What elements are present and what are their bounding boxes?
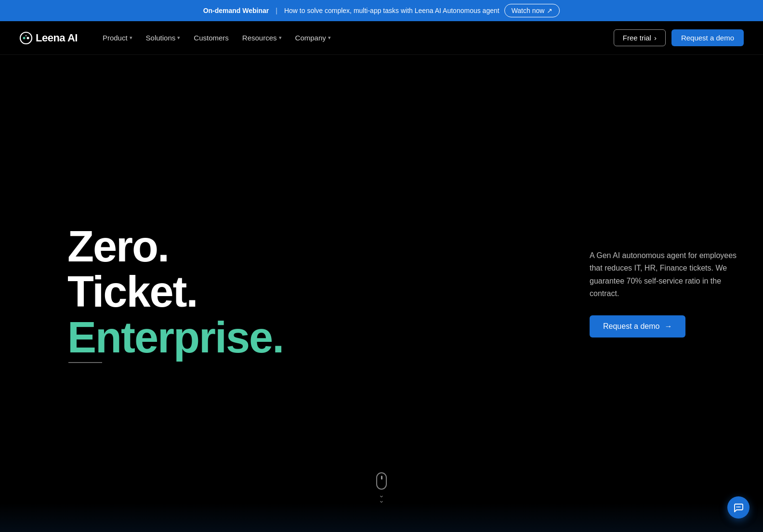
logo-icon [19,31,33,45]
company-nav-label: Company [295,34,326,42]
hero-title-line2: Ticket. [67,268,197,316]
svg-point-6 [739,506,740,507]
hero-cta-button[interactable]: Request a demo → [590,315,685,337]
product-nav-label: Product [103,34,128,42]
announcement-text: How to solve complex, multi-app tasks wi… [284,7,500,14]
chat-widget-button[interactable] [727,496,750,519]
resources-chevron-icon: ▾ [279,35,282,41]
mouse-icon [376,472,387,490]
svg-point-0 [20,32,32,44]
announcement-separator: | [276,7,277,14]
resources-nav-button[interactable]: Resources ▾ [237,30,288,46]
nav-item-product[interactable]: Product ▾ [97,30,138,46]
nav-item-solutions[interactable]: Solutions ▾ [140,30,186,46]
hero-content: Zero. Ticket. Enterprise. A Gen AI auton… [67,224,744,363]
request-demo-navbar-label: Request a demo [681,34,734,42]
resources-nav-label: Resources [242,34,277,42]
watch-now-button[interactable]: Watch now ↗ [504,4,560,17]
solutions-nav-label: Solutions [146,34,176,42]
nav-links: Product ▾ Solutions ▾ Customers Resource… [97,30,337,46]
company-nav-button[interactable]: Company ▾ [289,30,337,46]
chat-icon [733,502,744,513]
hero-cta-label: Request a demo [603,322,659,331]
announcement-webinar-label: On-demand Webinar [203,7,269,14]
hero-section: Zero. Ticket. Enterprise. A Gen AI auton… [0,55,763,532]
navbar-right: Free trial › Request a demo [614,29,744,46]
mouse-wheel [381,476,382,480]
product-chevron-icon: ▾ [130,35,132,41]
hero-title-line3: Enterprise. [67,315,283,363]
svg-point-5 [738,506,739,507]
navbar: Leena AI Product ▾ Solutions ▾ Customers [0,21,763,55]
hero-title-line1: Zero. [67,222,169,271]
logo-text: Leena AI [36,32,78,44]
svg-point-4 [737,506,737,507]
customers-nav-label: Customers [194,34,229,42]
external-link-icon: ↗ [547,7,553,14]
hero-right: A Gen AI autonomous agent for employees … [590,249,744,338]
nav-item-company[interactable]: Company ▾ [289,30,337,46]
scroll-indicator: ⌄⌄ [376,472,387,503]
solutions-nav-button[interactable]: Solutions ▾ [140,30,186,46]
scroll-chevrons-icon: ⌄⌄ [379,493,384,503]
watch-now-label: Watch now [512,7,545,14]
request-demo-navbar-button[interactable]: Request a demo [671,29,744,46]
nav-item-customers[interactable]: Customers [188,30,235,46]
company-chevron-icon: ▾ [328,35,331,41]
free-trial-label: Free trial [623,34,651,42]
customers-nav-link[interactable]: Customers [188,30,235,46]
product-nav-button[interactable]: Product ▾ [97,30,138,46]
hero-left: Zero. Ticket. Enterprise. [67,224,283,363]
navbar-left: Leena AI Product ▾ Solutions ▾ Customers [19,30,337,46]
free-trial-button[interactable]: Free trial › [614,29,666,46]
announcement-bar: On-demand Webinar | How to solve complex… [0,0,763,21]
hero-title: Zero. Ticket. Enterprise. [67,224,283,363]
nav-item-resources[interactable]: Resources ▾ [237,30,288,46]
solutions-chevron-icon: ▾ [177,35,180,41]
svg-point-3 [26,35,27,36]
logo[interactable]: Leena AI [19,31,78,45]
hero-description: A Gen AI autonomous agent for employees … [590,249,744,300]
free-trial-arrow-icon: › [654,34,657,42]
svg-point-2 [27,37,29,39]
hero-cta-arrow-icon: → [664,322,672,331]
svg-point-1 [23,37,26,39]
